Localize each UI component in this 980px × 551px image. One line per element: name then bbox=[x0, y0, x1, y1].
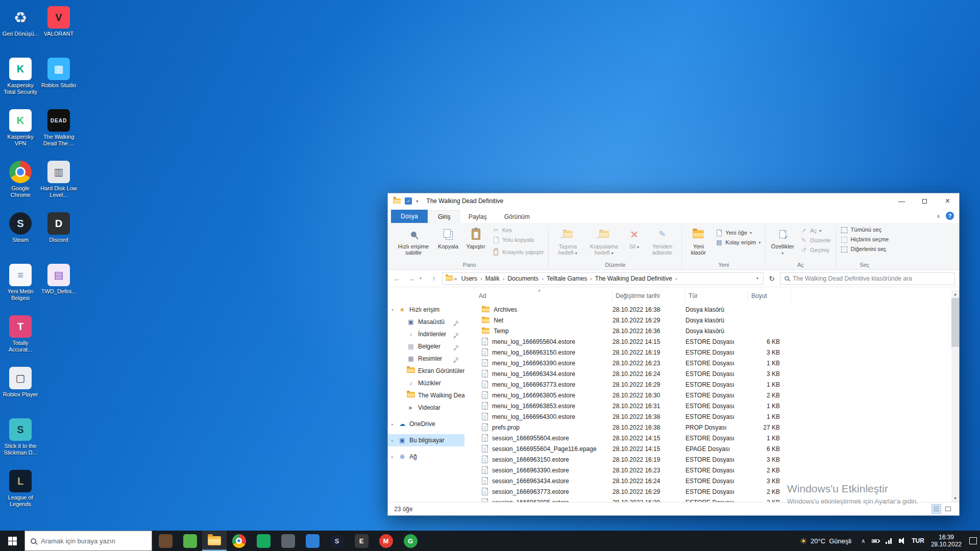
taskbar-app-green-character-game[interactable] bbox=[178, 531, 202, 551]
chevron-right-icon[interactable]: ▸ bbox=[391, 438, 394, 443]
tab-paylas[interactable]: Paylaş bbox=[460, 211, 496, 223]
sidebar-item-onedrive[interactable]: ▸☁OneDrive bbox=[388, 418, 464, 430]
file-row-session-1666963150-estore[interactable]: session_1666963150.estore28.10.2022 16:1… bbox=[464, 454, 951, 465]
sidebar-item-m-zikler[interactable]: ♪Müzikler bbox=[388, 377, 464, 389]
properties-button[interactable]: ✓ Özellikler ▾ bbox=[768, 224, 797, 258]
cut-button[interactable]: ✂ Kes bbox=[490, 226, 546, 235]
sidebar-item-a[interactable]: ▸⊕Ağ bbox=[388, 450, 464, 463]
chevron-right-icon[interactable]: ▸ bbox=[391, 455, 394, 459]
qat-customize-icon[interactable]: ▾ bbox=[416, 199, 418, 204]
column-header-date-modified[interactable]: Değiştirme tarihi bbox=[612, 290, 685, 302]
up-button[interactable]: ↑ bbox=[428, 272, 440, 285]
file-row-menu-log-1666955604-estore[interactable]: menu_log_1666955604.estore28.10.2022 14:… bbox=[464, 336, 951, 347]
desktop-icon-discord[interactable]: DDiscord bbox=[39, 212, 78, 243]
file-row-menu-log-1666963150-estore[interactable]: menu_log_1666963150.estore28.10.2022 16:… bbox=[464, 347, 951, 358]
desktop-icon-walking-dead-game[interactable]: DEADThe Walking Dead The ... bbox=[39, 109, 78, 147]
easy-access-button[interactable]: ▤ Kolay erişim ▾ bbox=[713, 238, 763, 247]
collapse-ribbon-icon[interactable]: ∧ bbox=[937, 213, 940, 219]
breadcrumb-item[interactable]: Malik bbox=[483, 275, 502, 282]
desktop-icon-kaspersky-total-security[interactable]: KKaspersky Total Security bbox=[1, 58, 40, 95]
file-row-menu-log-1666963853-estore[interactable]: menu_log_1666963853.estore28.10.2022 16:… bbox=[464, 400, 951, 411]
taskbar-app-blue-app[interactable] bbox=[300, 531, 325, 551]
address-dropdown-icon[interactable]: ▾ bbox=[756, 276, 760, 281]
minimize-button[interactable]: — bbox=[890, 193, 913, 209]
tab-giris[interactable]: Giriş bbox=[429, 210, 460, 223]
desktop-icon-hard-disk-low-level[interactable]: ▥Hard Disk Low Level... bbox=[39, 161, 78, 198]
desktop-icon-kaspersky-vpn[interactable]: KKaspersky VPN bbox=[1, 109, 40, 147]
scroll-up-icon[interactable]: ▲ bbox=[951, 290, 959, 298]
forward-button[interactable]: → bbox=[405, 272, 418, 285]
desktop-icon-totally-accurate[interactable]: TTotally Accurat... bbox=[1, 315, 40, 353]
open-button[interactable]: ↗ Aç ▾ bbox=[798, 227, 832, 235]
new-folder-button[interactable]: Yeni klasör bbox=[684, 224, 712, 257]
vertical-scrollbar[interactable]: ▲ ▼ bbox=[951, 290, 959, 502]
desktop-icon-twd-winrar-archive[interactable]: ▤TWD_Defini... bbox=[39, 264, 78, 295]
maximize-button[interactable] bbox=[913, 193, 936, 209]
rename-button[interactable]: ✎ Yeniden adlandır bbox=[645, 224, 679, 257]
taskbar-app-monkey-game[interactable] bbox=[153, 531, 178, 551]
move-to-button[interactable]: → Taşıma hedefi ▾ bbox=[551, 224, 584, 258]
sidebar-item-bu-bilgisayar[interactable]: ▸▣Bu bilgisayar bbox=[388, 434, 464, 446]
paste-shortcut-button[interactable]: Kısayolu yapıştır bbox=[490, 245, 546, 259]
clock[interactable]: 16:39 28.10.2022 bbox=[931, 534, 962, 548]
breadcrumb-item[interactable]: Documents bbox=[505, 275, 541, 282]
qat-properties-icon[interactable]: ✓ bbox=[405, 197, 412, 205]
history-button[interactable]: ↺ Geçmiş bbox=[798, 246, 832, 255]
paste-button[interactable]: Yapıştır bbox=[462, 224, 489, 251]
invert-selection-button[interactable]: Diğerlerini seç bbox=[839, 245, 891, 254]
desktop-icon-yeni-metin-belgesi[interactable]: ≡Yeni Metin Belgesi bbox=[1, 264, 40, 302]
tab-gorunum[interactable]: Görünüm bbox=[496, 211, 538, 223]
file-row-temp[interactable]: Temp28.10.2022 16:36Dosya klasörü bbox=[464, 325, 951, 336]
tab-dosya[interactable]: Dosya bbox=[391, 210, 428, 223]
sidebar-item-ekran-g-r-nt-leri[interactable]: Ekran Görüntüleri bbox=[388, 365, 464, 377]
taskbar-app-file-explorer[interactable] bbox=[202, 531, 227, 551]
sidebar-item-resimler[interactable]: ▦Resimler bbox=[388, 353, 464, 365]
breadcrumb-item[interactable]: Telltale Games bbox=[544, 275, 590, 282]
chevron-right-icon[interactable]: ▸ bbox=[391, 422, 394, 427]
edit-button[interactable]: ✎ Düzenle bbox=[798, 236, 832, 245]
taskbar-app-red-circle-app[interactable]: M bbox=[374, 531, 398, 551]
copy-path-button[interactable]: Yolu kopyala bbox=[490, 236, 546, 244]
taskbar-app-google-chrome[interactable] bbox=[227, 531, 251, 551]
sidebar-item-masa-st[interactable]: ▣Masaüstü bbox=[388, 316, 464, 328]
column-header-name[interactable]: ▴ Ad bbox=[464, 290, 612, 302]
weather-widget[interactable]: ☀ 20°C Güneşli bbox=[800, 536, 854, 546]
file-row-menu-log-1666963805-estore[interactable]: menu_log_1666963805.estore28.10.2022 16:… bbox=[464, 390, 951, 400]
column-header-type[interactable]: Tür bbox=[685, 290, 748, 302]
file-row-session-1666963805-estore[interactable]: session_1666963805.estore28.10.2022 16:3… bbox=[464, 497, 951, 502]
file-row-session-1666955604-page116-epage[interactable]: session_1666955604_Page116.epage28.10.20… bbox=[464, 443, 951, 454]
file-row-session-1666963390-estore[interactable]: session_1666963390.estore28.10.2022 16:2… bbox=[464, 465, 951, 475]
desktop-icon-recycle-bin[interactable]: ♻Geri Dönüşü... bbox=[1, 6, 40, 37]
sidebar-item-belgeler[interactable]: ▤Belgeler bbox=[388, 340, 464, 353]
taskbar-search[interactable]: Aramak için buraya yazın bbox=[24, 531, 152, 551]
desktop-icon-roblox-player[interactable]: ▢Roblox Player bbox=[1, 367, 40, 398]
address-bar[interactable]: « Users›Malik›Documents›Telltale Games›T… bbox=[442, 272, 764, 285]
network-icon[interactable] bbox=[886, 538, 892, 544]
action-center-icon[interactable] bbox=[969, 537, 977, 544]
explorer-search-box[interactable]: The Walking Dead Definitive klasöründe a… bbox=[780, 272, 955, 285]
sidebar-item-i-ndirilenler[interactable]: ↓İndirilenler bbox=[388, 328, 464, 340]
sidebar-item-h-zl-eri-im[interactable]: ▾★Hızlı erişim bbox=[388, 304, 464, 316]
taskbar-app-green-circle-app[interactable]: G bbox=[398, 531, 423, 551]
start-button[interactable] bbox=[0, 531, 24, 551]
desktop-icon-stick-it-to-the-stickman[interactable]: SStick it to the Stickman D... bbox=[1, 418, 40, 456]
desktop-icon-roblox-studio[interactable]: ▦Roblox Studio bbox=[39, 58, 78, 89]
column-header-size[interactable]: Boyut bbox=[748, 290, 791, 302]
file-row-menu-log-1666963390-estore[interactable]: menu_log_1666963390.estore28.10.2022 16:… bbox=[464, 358, 951, 368]
volume-icon[interactable] bbox=[899, 539, 901, 543]
thumbnails-view-button[interactable] bbox=[943, 504, 953, 514]
file-row-archives[interactable]: Archives28.10.2022 16:38Dosya klasörü bbox=[464, 304, 951, 315]
taskbar-app-steam[interactable]: S bbox=[325, 531, 349, 551]
tray-expand-chevron-icon[interactable]: ∧ bbox=[861, 538, 865, 544]
scrollbar-thumb[interactable] bbox=[951, 298, 959, 347]
breadcrumb-separator-icon[interactable]: › bbox=[675, 276, 678, 282]
breadcrumb-item[interactable]: Users bbox=[459, 275, 480, 282]
pin-to-quick-access-button[interactable]: Hızlı erişime sabitle bbox=[393, 224, 434, 257]
refresh-icon[interactable]: ↻ bbox=[766, 272, 778, 285]
details-view-button[interactable] bbox=[932, 504, 941, 514]
file-row-menu-log-1666964300-estore[interactable]: menu_log_1666964300.estore28.10.2022 16:… bbox=[464, 411, 951, 422]
taskbar-app-epic-games[interactable]: E bbox=[349, 531, 374, 551]
desktop-icon-steam[interactable]: SSteam bbox=[1, 212, 40, 243]
file-row-session-1666955604-estore[interactable]: session_1666955604.estore28.10.2022 14:1… bbox=[464, 433, 951, 443]
sidebar-item-videolar[interactable]: ▶Videolar bbox=[388, 402, 464, 414]
